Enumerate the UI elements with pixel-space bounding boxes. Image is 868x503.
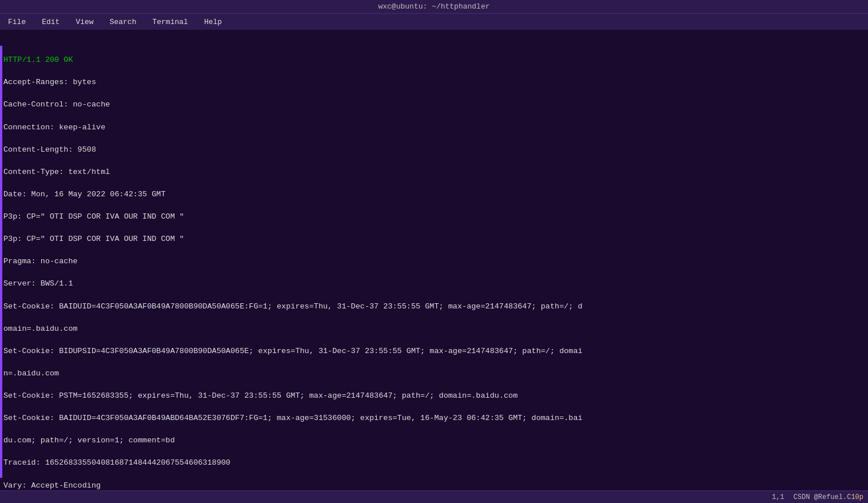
terminal-content[interactable]: HTTP/1.1 200 OK Accept-Ranges: bytes Cac… bbox=[0, 30, 868, 490]
terminal-line: omain=.baidu.com bbox=[3, 323, 865, 335]
menu-bar: File Edit View Search Terminal Help bbox=[0, 14, 868, 30]
status-info: CSDN @Refuel.C10p bbox=[794, 493, 863, 501]
menu-terminal[interactable]: Terminal bbox=[149, 17, 191, 27]
menu-view[interactable]: View bbox=[72, 17, 97, 27]
menu-search[interactable]: Search bbox=[106, 17, 140, 27]
cursor-position: 1,1 bbox=[772, 493, 785, 501]
terminal-line: Set-Cookie: BIDUPSID=4C3F050A3AF0B49A780… bbox=[3, 346, 865, 357]
window-title: wxc@ubuntu: ~/httphandler bbox=[378, 2, 489, 11]
terminal-line: Date: Mon, 16 May 2022 06:42:35 GMT bbox=[3, 189, 865, 200]
terminal-line: Accept-Ranges: bytes bbox=[3, 77, 865, 88]
terminal-line: Content-Length: 9508 bbox=[3, 144, 865, 156]
terminal-line: Cache-Control: no-cache bbox=[3, 99, 865, 110]
menu-file[interactable]: File bbox=[5, 17, 29, 27]
terminal-line: HTTP/1.1 200 OK bbox=[3, 54, 865, 66]
terminal-line: n=.baidu.com bbox=[3, 368, 865, 379]
menu-help[interactable]: Help bbox=[201, 17, 225, 27]
terminal-line: Pragma: no-cache bbox=[3, 256, 865, 267]
terminal-line: P3p: CP=" OTI DSP COR IVA OUR IND COM " bbox=[3, 233, 865, 245]
terminal-line: Vary: Accept-Encoding bbox=[3, 480, 865, 491]
status-bar: 1,1 CSDN @Refuel.C10p bbox=[0, 490, 868, 503]
terminal-line: Set-Cookie: PSTM=1652683355; expires=Thu… bbox=[3, 390, 865, 402]
terminal-window: wxc@ubuntu: ~/httphandler File Edit View… bbox=[0, 0, 868, 503]
terminal-line: Connection: keep-alive bbox=[3, 122, 865, 133]
terminal-line: du.com; path=/; version=1; comment=bd bbox=[3, 435, 865, 446]
menu-edit[interactable]: Edit bbox=[38, 17, 63, 27]
terminal-line: P3p: CP=" OTI DSP COR IVA OUR IND COM " bbox=[3, 211, 865, 223]
title-bar: wxc@ubuntu: ~/httphandler bbox=[0, 0, 868, 14]
terminal-line: Set-Cookie: BAIDUID=4C3F050A3AF0B49A7800… bbox=[3, 301, 865, 312]
terminal-line: Set-Cookie: BAIDUID=4C3F050A3AF0B49ABD64… bbox=[3, 413, 865, 424]
terminal-line: Server: BWS/1.1 bbox=[3, 278, 865, 290]
terminal-line: Traceid: 1652683355040816871484442067554… bbox=[3, 457, 865, 469]
terminal-line: Content-Type: text/html bbox=[3, 167, 865, 178]
terminal-wrapper: HTTP/1.1 200 OK Accept-Ranges: bytes Cac… bbox=[0, 30, 868, 490]
left-accent bbox=[0, 46, 2, 478]
